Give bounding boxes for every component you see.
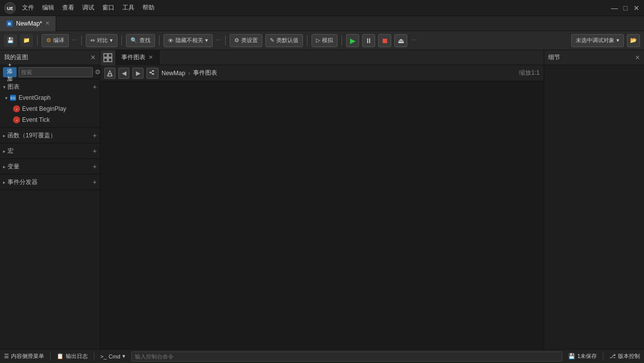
event-dispatchers-expand-icon: ▸	[3, 179, 6, 185]
content-drawer-button[interactable]: ☰ 内容侧滑菜单	[4, 352, 44, 360]
console-input[interactable]	[131, 351, 562, 361]
save-button[interactable]: 💾	[4, 34, 17, 47]
toolbar-separator-5	[225, 36, 226, 46]
blueprint-toolbar: + 添加 ⚙	[0, 65, 100, 79]
tree-item-beginplay[interactable]: ⬦ Event BeginPlay	[0, 103, 100, 114]
left-panel: 我的蓝图 ✕ + 添加 ⚙ ▾ 图表 + ▾ EG EventGraph	[0, 50, 100, 349]
toolbar-separator-4	[159, 36, 159, 46]
svg-rect-12	[152, 70, 154, 72]
class-defaults-button[interactable]: ✎ 类默认值	[265, 34, 303, 47]
cmd-button[interactable]: >_ Cmd ▾	[100, 353, 125, 359]
tick-icon: ⬦	[13, 116, 20, 123]
svg-rect-11	[149, 72, 151, 73]
menu-debug[interactable]: 调试	[82, 4, 94, 12]
hide-icon: 👁	[168, 38, 174, 44]
event-dispatchers-header[interactable]: ▸ 事件分发器 +	[0, 176, 100, 188]
maximize-button[interactable]: □	[622, 5, 629, 12]
tab-close-button[interactable]: ✕	[45, 20, 50, 27]
functions-header[interactable]: ▸ 函数（19可覆盖） +	[0, 130, 100, 141]
simulate-button[interactable]: ▷ 模拟	[311, 34, 338, 47]
breadcrumb-eventgraph: 事件图表	[193, 69, 217, 77]
add-button[interactable]: + 添加	[3, 67, 17, 77]
minimize-button[interactable]: —	[611, 5, 618, 12]
compare-button[interactable]: ⇔ 对比 ▾	[86, 34, 117, 47]
canvas-tab-close[interactable]: ✕	[148, 54, 153, 61]
functions-add-icon[interactable]: +	[93, 131, 97, 139]
breadcrumb-newmap[interactable]: NewMap	[162, 70, 185, 77]
hide-unrelated-button[interactable]: 👁 隐藏不相关 ▾	[164, 34, 213, 47]
class-settings-button[interactable]: ⚙ 类设置	[230, 34, 262, 47]
nav-hierarchy-button[interactable]	[146, 68, 158, 79]
details-close[interactable]: ✕	[635, 54, 640, 61]
compare-icon: ⇔	[90, 37, 95, 44]
bottom-right: 💾 1未保存 ⎇ 版本控制	[568, 352, 640, 360]
svg-rect-7	[108, 54, 112, 57]
close-button[interactable]: ✕	[633, 5, 640, 12]
macros-header[interactable]: ▸ 宏 +	[0, 145, 100, 156]
save-count-button[interactable]: 💾 1未保存	[568, 352, 597, 360]
pause-button[interactable]: ⏸	[362, 34, 375, 47]
compile-button[interactable]: ⚙ 编译	[42, 34, 69, 47]
menu-view[interactable]: 查看	[62, 4, 74, 12]
menu-window[interactable]: 窗口	[102, 4, 114, 12]
variables-add-icon[interactable]: +	[93, 162, 97, 170]
folder-icon: 📂	[630, 37, 637, 44]
menu-edit[interactable]: 编辑	[42, 4, 54, 12]
hide-arrow: ▾	[205, 37, 208, 44]
ue-logo: UE	[4, 2, 16, 14]
bottom-sep-3	[603, 352, 603, 360]
tree-item-tick[interactable]: ⬦ Event Tick	[0, 114, 100, 125]
nav-forward-button[interactable]: ▶	[132, 68, 143, 79]
debug-target-select[interactable]: 未选中调试对象 ▾	[571, 34, 624, 47]
toolbar-more-1[interactable]: ⋯	[72, 37, 77, 44]
play-button[interactable]: ▶	[346, 34, 359, 47]
find-button[interactable]: 🔍 查找	[126, 34, 155, 47]
browse-icon: 📁	[23, 37, 30, 44]
toolbar-separator-3	[121, 36, 122, 46]
search-input[interactable]	[19, 67, 93, 77]
graphs-add-icon[interactable]: +	[93, 83, 97, 91]
macros-section: ▸ 宏 +	[0, 143, 100, 159]
eventgraph-icon: EG	[10, 94, 17, 101]
debug-arrow-icon: ▾	[616, 37, 619, 44]
stop-button[interactable]: ⏹	[378, 34, 391, 47]
toolbar-more-2[interactable]: ⋯	[216, 37, 221, 44]
canvas-tab-nav-icon	[100, 50, 115, 65]
version-control-button[interactable]: ⎇ 版本控制	[609, 352, 640, 360]
compare-arrow: ▾	[110, 37, 113, 44]
graphs-expand-icon: ▾	[3, 84, 6, 90]
tab-newmap[interactable]: B NewMap* ✕	[0, 16, 56, 31]
variables-header[interactable]: ▸ 变量 +	[0, 161, 100, 172]
nav-home-button[interactable]	[104, 68, 115, 79]
macros-add-icon[interactable]: +	[93, 147, 97, 155]
functions-label: 函数（19可覆盖）	[8, 131, 56, 140]
tree-item-eventgraph[interactable]: ▾ EG EventGraph	[0, 92, 100, 103]
window-controls: — □ ✕	[611, 5, 640, 12]
canvas-tab-bar: 事件图表 ✕	[100, 50, 544, 65]
svg-rect-6	[104, 54, 107, 57]
tick-label: Event Tick	[22, 116, 50, 123]
menu-help[interactable]: 帮助	[142, 4, 154, 12]
save-count-icon: 💾	[568, 353, 575, 359]
menu-tools[interactable]: 工具	[122, 4, 134, 12]
nav-back-button[interactable]: ◀	[118, 68, 129, 79]
output-log-button[interactable]: 📋 输出日志	[57, 352, 88, 360]
event-dispatchers-add-icon[interactable]: +	[93, 178, 97, 186]
play-more[interactable]: ⋯	[411, 37, 417, 44]
version-control-icon: ⎇	[609, 353, 616, 359]
zoom-label: 缩放1:1	[519, 69, 540, 77]
my-blueprints-close[interactable]: ✕	[90, 54, 96, 61]
class-settings-icon: ⚙	[234, 37, 239, 44]
variables-section: ▸ 变量 +	[0, 159, 100, 174]
eject-button[interactable]: ⏏	[394, 34, 407, 47]
simulate-icon: ▷	[316, 37, 320, 44]
canvas-tab-event-graph[interactable]: 事件图表 ✕	[115, 50, 159, 65]
browse-button[interactable]: 📁	[20, 34, 33, 47]
debug-folder-button[interactable]: 📂	[627, 34, 640, 47]
functions-expand-icon: ▸	[3, 133, 6, 138]
graphs-section-header[interactable]: ▾ 图表 +	[0, 81, 100, 92]
menu-file[interactable]: 文件	[22, 4, 34, 12]
svg-rect-10	[108, 74, 111, 76]
cmd-arrow-icon: ▾	[122, 353, 125, 359]
toolbar-separator-1	[37, 36, 38, 46]
